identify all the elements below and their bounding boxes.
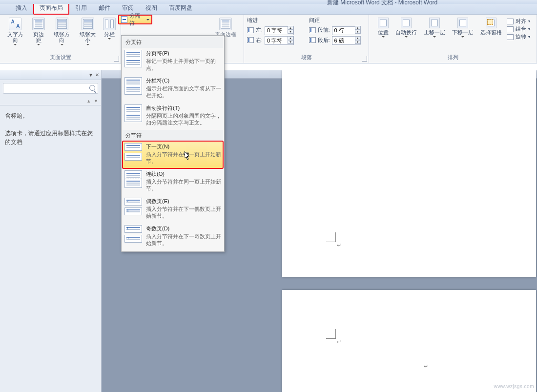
group-paragraph: 缩进 左: ▲▼ 右: ▲▼ 间距 段前: ▲▼ xyxy=(244,15,369,63)
bring-forward-button[interactable]: 上移一层 xyxy=(422,17,447,41)
ribbon: AA 文字方向 页边距 纸张方向 纸张大小 分栏 xyxy=(0,15,537,63)
dropdown-arrow-icon xyxy=(433,36,436,38)
space-after-icon xyxy=(309,37,316,43)
document-page-1[interactable]: ↵ xyxy=(282,70,536,277)
section-odd-icon xyxy=(124,225,142,233)
position-icon xyxy=(378,18,389,28)
menu-item-section-next-page[interactable]: 下一页(N)插入分节符并在下一页上开始新节。 xyxy=(123,141,223,168)
dropdown-arrow-icon xyxy=(146,19,149,21)
nav-search xyxy=(3,83,98,94)
page-border-icon xyxy=(219,18,232,30)
spinner-buttons[interactable]: ▲▼ xyxy=(288,36,293,44)
margins-button[interactable]: 页边距 xyxy=(29,17,48,46)
spinner-buttons[interactable]: ▲▼ xyxy=(288,26,293,34)
nav-view-tabs: ▲ ▼ xyxy=(0,97,101,105)
margin-corner-icon xyxy=(326,329,336,339)
search-icon[interactable] xyxy=(89,85,95,91)
group-arrange: 位置 自动换行 上移一层 下移一层 选择窗格 对齐▾ 组合▾ 旋转▾ 排列 xyxy=(369,15,537,63)
breaks-icon xyxy=(121,16,127,23)
align-icon xyxy=(507,19,514,24)
breaks-dropdown-menu: 分页符 分页符(P)标记一页终止并开始下一页的点。 分栏符(C)指示分栏符后面的… xyxy=(121,35,225,252)
group-objects-button[interactable]: 组合▾ xyxy=(507,25,530,33)
indent-right-icon xyxy=(247,37,254,43)
dropdown-arrow-icon xyxy=(14,44,17,45)
section-continuous-icon xyxy=(124,170,142,188)
rotate-button[interactable]: 旋转▾ xyxy=(507,33,530,41)
menu-item-section-odd-page[interactable]: 奇数页(D)插入分节符并在下一奇数页上开始新节。 xyxy=(123,223,223,250)
nav-body-text2: 选项卡，请通过应用标题样式在您的文档 xyxy=(5,129,96,146)
dropdown-arrow-icon xyxy=(405,36,408,38)
margin-corner-icon xyxy=(326,232,336,242)
title-bar: 新建 Microsoft Word 文档 - Microsoft Word xyxy=(0,0,537,4)
breaks-button[interactable]: 分隔符 xyxy=(118,15,152,24)
dropdown-arrow-icon xyxy=(61,44,63,45)
menu-item-page-break[interactable]: 分页符(P)标记一页终止并开始下一页的点。 xyxy=(123,48,223,75)
wrap-button[interactable]: 自动换行 xyxy=(393,17,419,41)
orientation-button[interactable]: 纸张方向 xyxy=(49,17,74,46)
wrap-icon xyxy=(401,18,412,28)
menu-item-section-even-page[interactable]: 偶数页(E)插入分节符并在下一偶数页上开始新节。 xyxy=(123,196,223,223)
rotate-icon xyxy=(507,34,514,40)
watermark: www.wzjsgs.com xyxy=(494,384,534,389)
window-title: 新建 Microsoft Word 文档 - Microsoft Word xyxy=(327,0,437,7)
section-odd-icon xyxy=(124,235,142,243)
section-breaks-header: 分节符 xyxy=(123,130,223,141)
columns-button[interactable]: 分栏 xyxy=(101,17,118,46)
navigation-pane: ▼ ✕ ▲ ▼ 含标题。 选项卡，请通过应用标题样式在您的文档 xyxy=(0,70,102,392)
forward-icon xyxy=(429,18,440,28)
paragraph-mark: ↵ xyxy=(337,242,341,248)
text-direction-icon: AA xyxy=(9,18,21,30)
orientation-icon xyxy=(56,18,68,30)
group-label-page-setup: 页面设置 xyxy=(50,54,71,62)
spacing-header: 间距 xyxy=(309,17,366,25)
group-label-arrange: 排列 xyxy=(448,54,458,62)
send-backward-button[interactable]: 下移一层 xyxy=(450,17,475,41)
nav-body-text1: 含标题。 xyxy=(5,111,96,120)
spinner-buttons[interactable]: ▲▼ xyxy=(355,36,361,44)
paragraph-mark: ↵ xyxy=(337,339,341,345)
spinner-buttons[interactable]: ▲▼ xyxy=(355,26,361,34)
dropdown-arrow-icon xyxy=(108,38,111,40)
wrap-break-icon xyxy=(124,104,142,122)
columns-icon xyxy=(103,18,116,30)
nav-close-icon[interactable]: ✕ xyxy=(95,72,99,78)
ribbon-tabs: 插入 页面布局 引用 邮件 审阅 视图 百度网盘 xyxy=(0,4,537,15)
nav-dropdown-icon[interactable]: ▼ xyxy=(88,72,93,78)
indent-header: 缩进 xyxy=(247,17,304,25)
group-icon xyxy=(507,26,514,32)
dropdown-arrow-icon xyxy=(86,44,89,45)
nav-next-icon[interactable]: ▼ xyxy=(94,99,98,103)
page-breaks-header: 分页符 xyxy=(123,37,223,48)
column-break-icon xyxy=(124,77,142,95)
size-icon xyxy=(82,18,94,30)
space-before-icon xyxy=(309,27,316,33)
size-button[interactable]: 纸张大小 xyxy=(75,17,100,46)
paragraph-mark: ↵ xyxy=(424,363,428,370)
menu-item-column-break[interactable]: 分栏符(C)指示分栏符后面的文字将从下一栏开始。 xyxy=(123,75,223,103)
section-even-icon xyxy=(124,207,142,215)
page-break-icon xyxy=(124,50,142,67)
selection-pane-icon xyxy=(486,18,496,28)
nav-pane-header: ▼ ✕ xyxy=(0,70,101,80)
backward-icon xyxy=(457,18,468,28)
group-label-paragraph: 段落 xyxy=(301,54,312,62)
menu-item-section-continuous[interactable]: 连续(O)插入分节符并在同一页上开始新节。 xyxy=(123,168,223,196)
nav-search-input[interactable] xyxy=(3,83,98,94)
section-next-icon xyxy=(124,153,142,161)
menu-item-text-wrap-break[interactable]: 自动换行符(T)分隔网页上的对象周围的文字，如分隔题注文字与正文。 xyxy=(123,103,223,130)
nav-body: 含标题。 选项卡，请通过应用标题样式在您的文档 xyxy=(0,105,101,152)
text-direction-button[interactable]: AA 文字方向 xyxy=(3,17,28,46)
dropdown-arrow-icon xyxy=(37,44,40,45)
align-button[interactable]: 对齐▾ xyxy=(507,18,530,25)
section-next-icon xyxy=(124,143,142,151)
nav-prev-icon[interactable]: ▲ xyxy=(86,99,91,103)
selection-pane-button[interactable]: 选择窗格 xyxy=(478,17,504,41)
margins-icon xyxy=(32,18,45,30)
group-page-setup: AA 文字方向 页边距 纸张方向 纸张大小 分栏 xyxy=(0,15,121,63)
dropdown-arrow-icon xyxy=(382,36,385,38)
dropdown-arrow-icon xyxy=(461,36,464,38)
indent-left-icon xyxy=(247,27,254,33)
section-even-icon xyxy=(124,198,142,206)
document-page-2[interactable]: ↵ ↵ xyxy=(282,290,536,392)
position-button[interactable]: 位置 xyxy=(376,17,391,41)
